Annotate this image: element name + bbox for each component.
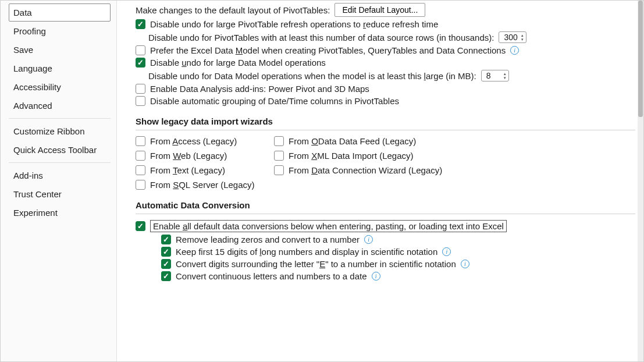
legacy-text-checkbox[interactable] [136, 165, 145, 175]
enable-all-conversions-row[interactable]: Enable all default data conversions belo… [136, 220, 635, 232]
disable-undo-rows-row: Disable undo for PivotTables with at lea… [148, 31, 635, 43]
options-content: Make changes to the default layout of Pi… [117, 1, 643, 361]
conv-remove-zeros-label: Remove leading zeros and convert to a nu… [176, 235, 360, 244]
legacy-dcw-checkbox[interactable] [274, 165, 284, 175]
sidebar-item-save[interactable]: Save [9, 41, 111, 59]
sidebar-item-customize-ribbon[interactable]: Customize Ribbon [9, 122, 111, 140]
pivot-intro-row: Make changes to the default layout of Pi… [136, 3, 635, 17]
edit-default-layout-button[interactable]: Edit Default Layout... [335, 3, 425, 17]
disable-undo-rows-label: Disable undo for PivotTables with at lea… [148, 33, 494, 42]
legacy-web-row[interactable]: From Web (Legacy) [136, 151, 269, 161]
disable-undo-rows-spinbox[interactable]: 300 ▴▾ [499, 31, 526, 43]
conv-letters-numbers-date-checkbox[interactable] [161, 271, 171, 281]
conv-15-digits-label: Keep first 15 digits of long numbers and… [176, 247, 437, 257]
legacy-section-title: Show legacy data import wizards [136, 116, 635, 126]
conv-letters-numbers-date-row[interactable]: Convert continuous letters and numbers t… [161, 271, 635, 281]
sidebar-item-experiment[interactable]: Experiment [9, 204, 111, 222]
legacy-xml-label: From XML Data Import (Legacy) [289, 151, 414, 161]
vertical-scrollbar[interactable] [638, 1, 643, 361]
conv-letters-numbers-date-label: Convert continuous letters and numbers t… [176, 271, 367, 281]
conv-15-digits-checkbox[interactable] [161, 247, 171, 257]
sidebar-separator [9, 118, 111, 119]
disable-grouping-checkbox[interactable] [136, 96, 145, 106]
disable-undo-dm-row[interactable]: Disable undo for large Data Model operat… [136, 58, 635, 68]
legacy-web-checkbox[interactable] [136, 151, 145, 161]
legacy-odata-checkbox[interactable] [274, 136, 284, 146]
legacy-access-checkbox[interactable] [136, 136, 145, 146]
sidebar-item-data[interactable]: Data [9, 3, 111, 22]
disable-undo-dm-checkbox[interactable] [136, 58, 145, 68]
enable-addins-label: Enable Data Analysis add-ins: Power Pivo… [150, 84, 369, 94]
info-icon[interactable] [442, 247, 451, 256]
enable-all-conversions-label: Enable all default data conversions belo… [153, 221, 504, 231]
disable-undo-refresh-row[interactable]: Disable undo for large PivotTable refres… [136, 19, 635, 29]
disable-grouping-row[interactable]: Disable automatic grouping of Date/Time … [136, 96, 635, 106]
disable-undo-refresh-label: Disable undo for large PivotTable refres… [150, 19, 438, 29]
conv-letter-e-checkbox[interactable] [161, 259, 171, 269]
pivot-intro-label: Make changes to the default layout of Pi… [136, 5, 330, 15]
sidebar-item-addins[interactable]: Add-ins [9, 166, 111, 184]
legacy-sql-row[interactable]: From SQL Server (Legacy) [136, 180, 269, 190]
spinbox-value: 8 [486, 71, 494, 80]
legacy-text-row[interactable]: From Text (Legacy) [136, 165, 269, 175]
sidebar-item-qat[interactable]: Quick Access Toolbar [9, 141, 111, 159]
enable-addins-checkbox[interactable] [136, 84, 145, 94]
legacy-sql-checkbox[interactable] [136, 180, 145, 190]
options-dialog: Data Proofing Save Language Accessibilit… [0, 0, 644, 362]
scrollbar-thumb[interactable] [638, 1, 643, 117]
prefer-data-model-row[interactable]: Prefer the Excel Data Model when creatin… [136, 45, 635, 55]
legacy-dcw-row[interactable]: From Data Connection Wizard (Legacy) [274, 165, 449, 175]
focus-rectangle: Enable all default data conversions belo… [150, 220, 507, 232]
disable-undo-dm-size-label: Disable undo for Data Model operations w… [148, 71, 476, 81]
spinbox-value: 300 [504, 33, 521, 42]
legacy-access-label: From Access (Legacy) [150, 136, 237, 146]
prefer-data-model-label: Prefer the Excel Data Model when creatin… [150, 45, 506, 55]
sidebar-item-proofing[interactable]: Proofing [9, 22, 111, 40]
spinbox-arrows-icon[interactable]: ▴▾ [521, 33, 524, 41]
enable-all-conversions-checkbox[interactable] [136, 221, 145, 231]
conv-letter-e-row[interactable]: Convert digits surrounding the letter "E… [161, 259, 635, 269]
info-icon[interactable] [510, 46, 519, 55]
section-rule [136, 130, 635, 130]
enable-addins-row[interactable]: Enable Data Analysis add-ins: Power Pivo… [136, 84, 635, 94]
spinbox-arrows-icon[interactable]: ▴▾ [504, 72, 506, 80]
section-rule [136, 214, 635, 214]
legacy-wizards-grid: From Access (Legacy) From OData Data Fee… [136, 136, 635, 190]
info-icon[interactable] [364, 235, 373, 244]
conversion-section-title: Automatic Data Conversion [136, 200, 635, 210]
conv-remove-zeros-checkbox[interactable] [161, 235, 171, 244]
sidebar-item-trust-center[interactable]: Trust Center [9, 185, 111, 203]
legacy-sql-label: From SQL Server (Legacy) [150, 180, 255, 190]
legacy-dcw-label: From Data Connection Wizard (Legacy) [289, 165, 442, 175]
prefer-data-model-checkbox[interactable] [136, 45, 145, 55]
conv-remove-zeros-row[interactable]: Remove leading zeros and convert to a nu… [161, 235, 635, 244]
conv-15-digits-row[interactable]: Keep first 15 digits of long numbers and… [161, 247, 635, 257]
info-icon[interactable] [461, 260, 469, 268]
disable-grouping-label: Disable automatic grouping of Date/Time … [150, 96, 399, 106]
disable-undo-dm-size-row: Disable undo for Data Model operations w… [148, 70, 635, 81]
disable-undo-refresh-checkbox[interactable] [136, 19, 145, 29]
legacy-xml-checkbox[interactable] [274, 151, 284, 161]
sidebar-item-advanced[interactable]: Advanced [9, 97, 111, 115]
legacy-access-row[interactable]: From Access (Legacy) [136, 136, 269, 146]
legacy-web-label: From Web (Legacy) [150, 151, 227, 161]
disable-undo-dm-size-spinbox[interactable]: 8 ▴▾ [481, 70, 509, 81]
info-icon[interactable] [372, 272, 380, 281]
sidebar-separator [9, 162, 111, 163]
disable-undo-dm-label: Disable undo for large Data Model operat… [150, 58, 326, 68]
legacy-xml-row[interactable]: From XML Data Import (Legacy) [274, 151, 449, 161]
legacy-text-label: From Text (Legacy) [150, 165, 225, 175]
legacy-odata-label: From OData Data Feed (Legacy) [289, 136, 416, 146]
sidebar-item-accessibility[interactable]: Accessibility [9, 78, 111, 96]
legacy-odata-row[interactable]: From OData Data Feed (Legacy) [274, 136, 449, 146]
sidebar-item-language[interactable]: Language [9, 59, 111, 77]
options-sidebar: Data Proofing Save Language Accessibilit… [1, 1, 117, 361]
conv-letter-e-label: Convert digits surrounding the letter "E… [176, 259, 456, 269]
